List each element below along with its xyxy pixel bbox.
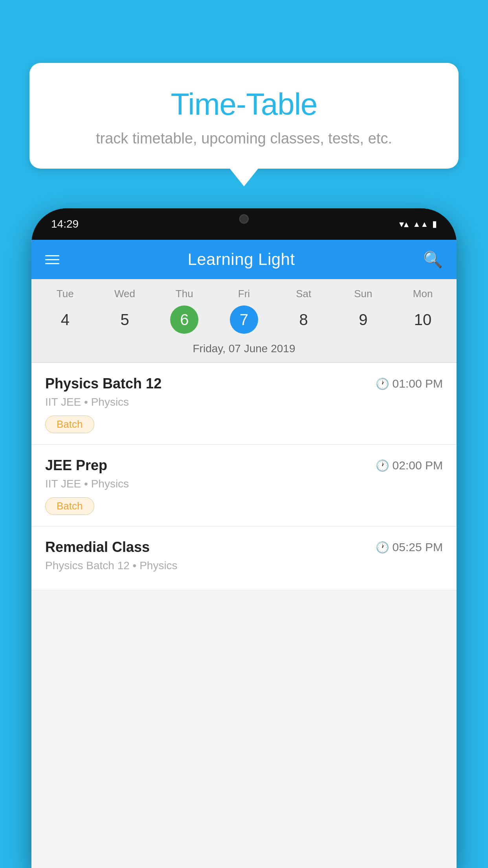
day-name: Tue (57, 288, 74, 300)
clock-icon: 🕐 (376, 377, 389, 390)
class-item-header: Physics Batch 12 🕐 01:00 PM (45, 375, 443, 392)
status-time: 14:29 (51, 218, 79, 230)
app-title: Learning Light (187, 250, 295, 269)
calendar-section: Tue4Wed5Thu6Fri7Sat8Sun9Mon10 Friday, 07… (31, 279, 457, 362)
day-number[interactable]: 9 (349, 305, 377, 334)
class-item-header: JEE Prep 🕐 02:00 PM (45, 457, 443, 474)
day-number[interactable]: 7 (230, 305, 258, 334)
day-number[interactable]: 6 (170, 305, 198, 334)
class-name: JEE Prep (45, 457, 107, 474)
day-col-fri[interactable]: Fri7 (214, 288, 274, 334)
phone-frame: 14:29 ▾▴ ▲▲ ▮ Learning Light 🔍 (31, 208, 457, 868)
class-item[interactable]: Physics Batch 12 🕐 01:00 PM IIT JEE • Ph… (31, 363, 457, 445)
day-number[interactable]: 4 (51, 305, 79, 334)
day-name: Fri (238, 288, 250, 300)
day-name: Sat (296, 288, 311, 300)
day-number[interactable]: 5 (111, 305, 139, 334)
app-screen: Learning Light 🔍 Tue4Wed5Thu6Fri7Sat8Sun… (31, 240, 457, 868)
battery-icon: ▮ (432, 219, 437, 229)
day-col-thu[interactable]: Thu6 (154, 288, 214, 334)
class-details: IIT JEE • Physics (45, 478, 443, 490)
tooltip-bubble: Time-Table track timetable, upcoming cla… (29, 63, 459, 169)
class-item[interactable]: Remedial Class 🕐 05:25 PM Physics Batch … (31, 526, 457, 590)
day-name: Thu (176, 288, 193, 300)
day-col-sat[interactable]: Sat8 (274, 288, 334, 334)
batch-badge: Batch (45, 497, 94, 515)
class-time: 🕐 05:25 PM (376, 541, 443, 554)
day-number[interactable]: 8 (290, 305, 318, 334)
day-number[interactable]: 10 (409, 305, 437, 334)
class-details: Physics Batch 12 • Physics (45, 559, 443, 572)
class-list: Physics Batch 12 🕐 01:00 PM IIT JEE • Ph… (31, 363, 457, 590)
status-icons: ▾▴ ▲▲ ▮ (399, 219, 437, 230)
background: Time-Table track timetable, upcoming cla… (0, 0, 488, 868)
menu-button[interactable] (45, 255, 59, 264)
day-col-mon[interactable]: Mon10 (393, 288, 453, 334)
phone-status-bar: 14:29 ▾▴ ▲▲ ▮ (31, 208, 457, 240)
clock-icon: 🕐 (376, 541, 389, 554)
tooltip-subtitle: track timetable, upcoming classes, tests… (53, 130, 435, 147)
class-name: Remedial Class (45, 539, 150, 555)
signal-icon: ▲▲ (413, 220, 428, 229)
wifi-icon: ▾▴ (399, 219, 409, 230)
day-name: Sun (354, 288, 372, 300)
app-header: Learning Light 🔍 (31, 240, 457, 279)
clock-icon: 🕐 (376, 459, 389, 472)
class-item[interactable]: JEE Prep 🕐 02:00 PM IIT JEE • Physics Ba… (31, 445, 457, 526)
day-col-wed[interactable]: Wed5 (95, 288, 155, 334)
phone-notch (213, 208, 275, 230)
days-row: Tue4Wed5Thu6Fri7Sat8Sun9Mon10 (31, 279, 457, 337)
class-name: Physics Batch 12 (45, 375, 161, 392)
search-icon[interactable]: 🔍 (423, 250, 443, 269)
batch-badge: Batch (45, 416, 94, 433)
day-col-tue[interactable]: Tue4 (35, 288, 95, 334)
day-name: Wed (114, 288, 135, 300)
tooltip-title: Time-Table (53, 86, 435, 122)
day-name: Mon (413, 288, 433, 300)
day-col-sun[interactable]: Sun9 (334, 288, 393, 334)
class-details: IIT JEE • Physics (45, 396, 443, 408)
selected-date-label: Friday, 07 June 2019 (31, 337, 457, 362)
class-time: 🕐 01:00 PM (376, 377, 443, 390)
class-time: 🕐 02:00 PM (376, 459, 443, 472)
class-item-header: Remedial Class 🕐 05:25 PM (45, 539, 443, 555)
phone-camera (239, 214, 249, 224)
